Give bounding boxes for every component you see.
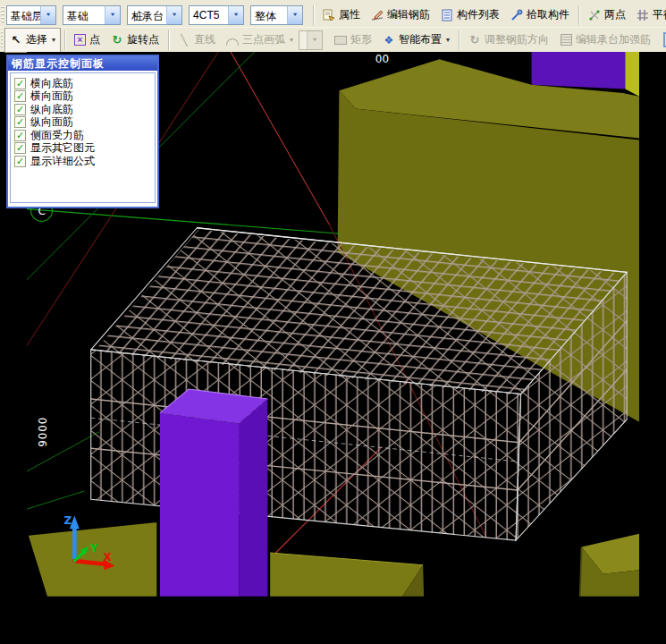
edit-cap-reinforcement-button[interactable]: 编辑承台加强筋 bbox=[554, 28, 656, 53]
rebar-panel-list: ✓ 横向底筋 ✓ 横向面筋 ✓ 纵向底筋 ✓ 纵向面筋 ✓ 侧面受力筋 ✓ 显示… bbox=[10, 72, 156, 203]
smart-layout-button[interactable]: 智能布置 ▾ bbox=[377, 28, 455, 53]
component-list-button[interactable]: 构件列表 bbox=[435, 3, 505, 28]
point-label: 点 bbox=[89, 32, 100, 47]
arc-icon bbox=[226, 38, 239, 46]
toolbar-separator bbox=[313, 5, 314, 25]
purple-column[interactable] bbox=[160, 389, 267, 597]
element-type-combo[interactable]: 桩承台 bbox=[127, 5, 182, 25]
property-sheet-icon bbox=[323, 9, 335, 21]
component-combo-value: 4CT5 bbox=[190, 6, 228, 24]
component-list-icon bbox=[441, 9, 453, 21]
view-mode-combo[interactable]: 整体 bbox=[250, 5, 303, 25]
element-type-combo-value: 桩承台 bbox=[128, 6, 166, 24]
x-axis-label: X bbox=[104, 551, 112, 564]
floor-combo-value: 基础层 bbox=[7, 6, 40, 24]
chevron-down-icon[interactable] bbox=[166, 6, 181, 24]
rectangle-button[interactable]: 矩形 bbox=[329, 28, 377, 53]
toolbar-grip[interactable] bbox=[1, 31, 3, 49]
app-window: { "toolbars": { "context": { "combos": [… bbox=[0, 0, 666, 644]
toolbar-area: 基础层 基础 桩承台 4CT5 整体 属性 bbox=[0, 0, 666, 52]
rotate-point-label: 旋转点 bbox=[127, 32, 159, 47]
yellow-strip-top-right[interactable] bbox=[625, 52, 639, 97]
edit-reinforcement-icon bbox=[561, 34, 572, 46]
parallel-button[interactable]: 平行 bbox=[631, 3, 666, 28]
parallel-label: 平行 bbox=[653, 7, 666, 22]
checkbox-checked-icon[interactable]: ✓ bbox=[14, 142, 26, 154]
adjust-rebar-direction-button[interactable]: 调整钢筋方向 bbox=[463, 28, 554, 53]
chevron-down-icon[interactable] bbox=[105, 6, 120, 24]
rebar-option-show-detail-formula[interactable]: ✓ 显示详细公式 bbox=[14, 155, 155, 168]
edit-rebar-label: 编辑钢筋 bbox=[387, 7, 430, 22]
edit-rebar-button[interactable]: 编辑钢筋 bbox=[366, 3, 435, 28]
edit-cap-reinforcement-label: 编辑承台加强筋 bbox=[576, 32, 651, 47]
toolbar-grip[interactable] bbox=[1, 6, 4, 24]
three-point-arc-button[interactable]: 三点画弧 ▾ bbox=[221, 28, 299, 53]
floor-combo[interactable]: 基础层 bbox=[6, 5, 56, 25]
purple-block-top-right[interactable] bbox=[532, 52, 626, 89]
checkbox-checked-icon[interactable]: ✓ bbox=[14, 104, 26, 115]
select-label: 选择 bbox=[26, 32, 47, 47]
checkbox-checked-icon[interactable]: ✓ bbox=[14, 90, 26, 102]
properties-label: 属性 bbox=[339, 7, 360, 22]
draw-toolbar: 选择 ▾ 点 旋转点 直线 三点画弧 ▾ 矩形 bbox=[0, 27, 666, 52]
checkbox-checked-icon[interactable]: ✓ bbox=[14, 130, 26, 141]
chevron-down-icon[interactable]: ▾ bbox=[52, 36, 55, 44]
point-icon bbox=[74, 34, 86, 46]
edit-rebar-pencil-icon bbox=[371, 9, 384, 21]
rebar-panel-title[interactable]: 钢筋显示控制面板 bbox=[8, 56, 157, 71]
adjust-direction-icon bbox=[468, 34, 481, 47]
chevron-down-icon[interactable] bbox=[40, 6, 55, 24]
rebar-option-label: 显示详细公式 bbox=[30, 154, 95, 169]
rotate-point-icon bbox=[111, 34, 123, 47]
category-combo-value: 基础 bbox=[63, 6, 105, 24]
toolbar-separator bbox=[168, 30, 169, 50]
chevron-down-icon[interactable] bbox=[228, 6, 243, 24]
rebar-display-panel[interactable]: 钢筋显示控制面板 ✓ 横向底筋 ✓ 横向面筋 ✓ 纵向底筋 ✓ 纵向面筋 ✓ 侧… bbox=[6, 55, 159, 208]
parallel-icon bbox=[636, 9, 649, 21]
two-point-button[interactable]: 两点 bbox=[583, 3, 631, 28]
smart-layout-label: 智能布置 bbox=[399, 32, 442, 47]
purple-column-side-face bbox=[239, 399, 267, 597]
arc-value-combo bbox=[299, 30, 323, 50]
z-axis-label: Z bbox=[63, 514, 72, 527]
purple-column-front-face bbox=[160, 413, 239, 597]
three-point-arc-label: 三点画弧 bbox=[242, 32, 285, 47]
view-mode-combo-value: 整体 bbox=[251, 6, 287, 24]
rotate-point-button[interactable]: 旋转点 bbox=[105, 28, 164, 53]
chevron-down-icon[interactable] bbox=[287, 6, 302, 24]
smart-layout-icon bbox=[383, 34, 395, 47]
rectangle-icon bbox=[334, 36, 347, 45]
two-point-icon bbox=[588, 9, 601, 21]
rectangle-label: 矩形 bbox=[350, 32, 372, 47]
chevron-down-icon: ▾ bbox=[290, 36, 293, 44]
line-icon bbox=[178, 34, 190, 47]
select-cursor-icon bbox=[10, 34, 22, 47]
point-button[interactable]: 点 bbox=[69, 28, 105, 53]
two-point-label: 两点 bbox=[604, 7, 626, 22]
toolbar-separator bbox=[578, 5, 579, 25]
toolbar-separator bbox=[459, 30, 459, 50]
category-combo[interactable]: 基础 bbox=[63, 5, 121, 25]
dimension-label: 9000 bbox=[37, 417, 49, 447]
pick-component-button[interactable]: 拾取构件 bbox=[505, 3, 575, 28]
properties-button[interactable]: 属性 bbox=[317, 3, 366, 28]
chevron-down-icon[interactable]: ▾ bbox=[446, 36, 450, 44]
context-toolbar: 基础层 基础 桩承台 4CT5 整体 属性 bbox=[0, 3, 666, 27]
checkbox-checked-icon[interactable]: ✓ bbox=[14, 156, 26, 167]
component-combo[interactable]: 4CT5 bbox=[189, 5, 244, 25]
pick-component-label: 拾取构件 bbox=[527, 7, 569, 22]
select-button[interactable]: 选择 ▾ bbox=[4, 28, 61, 53]
component-list-label: 构件列表 bbox=[457, 7, 500, 22]
axis-number-label: 00 bbox=[375, 53, 389, 65]
line-label: 直线 bbox=[194, 32, 215, 47]
pick-component-dropper-icon bbox=[510, 9, 523, 21]
chevron-down-icon bbox=[307, 31, 322, 49]
toolbar-separator bbox=[64, 30, 65, 50]
y-axis-label: Y bbox=[89, 542, 98, 555]
checkbox-checked-icon[interactable]: ✓ bbox=[14, 78, 26, 89]
adjust-rebar-direction-label: 调整钢筋方向 bbox=[485, 32, 549, 47]
clipped-toolbar-button[interactable] bbox=[656, 28, 666, 53]
checkbox-checked-icon[interactable]: ✓ bbox=[14, 116, 26, 128]
line-button[interactable]: 直线 bbox=[173, 28, 221, 53]
